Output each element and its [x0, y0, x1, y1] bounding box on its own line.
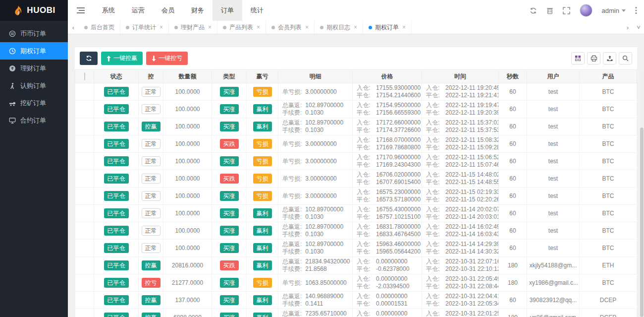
- select-all-checkbox[interactable]: [84, 72, 85, 80]
- line-value: 2022-11-14 16:03:43: [445, 231, 499, 238]
- vertical-scrollbar[interactable]: [640, 69, 644, 317]
- table-row[interactable]: 已平仓控赢6898.0000买涨赢利总赢返:7235.65710000手续费:7…: [75, 309, 637, 317]
- table-row[interactable]: 已平仓正常100.0000买涨赢利总赢返:102.89700000手续费:0.1…: [75, 222, 637, 240]
- print-icon[interactable]: [587, 52, 600, 64]
- tabs-scroll-right-icon[interactable]: ›: [622, 21, 633, 34]
- line-value: 2022-11-15 14:48:55: [445, 179, 499, 186]
- kebab-menu-icon[interactable]: [635, 6, 637, 14]
- table-row[interactable]: 已平仓正常100.0000买涨赢利总赢返:102.89700000手续费:0.1…: [75, 240, 637, 257]
- close-icon[interactable]: ×: [402, 24, 406, 31]
- column-header[interactable]: 时间: [422, 70, 499, 83]
- column-header[interactable]: 价格: [353, 70, 422, 83]
- close-icon[interactable]: ×: [257, 24, 260, 31]
- table-row[interactable]: 已平仓正常100.0000买涨亏损单亏损:3.00000000入仓:16575.…: [75, 188, 637, 205]
- avatar[interactable]: [580, 4, 592, 17]
- tab-订单统计[interactable]: 订单统计×: [120, 21, 169, 34]
- control-win-button[interactable]: 一键控赢: [101, 52, 143, 65]
- tab-期权日志[interactable]: 期权日志×: [315, 21, 363, 34]
- line-label: 入仓:: [357, 241, 373, 248]
- orders-table: 状态控数量额类型赢亏明细价格时间秒数用户产品 已平仓正常100.0000买涨亏损…: [75, 69, 637, 317]
- sidebar-item-clock[interactable]: 期权订单: [0, 42, 68, 60]
- table-row[interactable]: 已平仓正常100.0000买涨赢利总赢返:102.89700000手续费:0.1…: [75, 205, 637, 222]
- control-cell: 正常: [139, 188, 163, 205]
- user-menu[interactable]: admin: [602, 7, 626, 14]
- refresh-icon[interactable]: [530, 7, 537, 14]
- table-row[interactable]: 已平仓控赢20816.0000买跌赢利总赢返:21834.94320000手续费…: [75, 257, 637, 274]
- column-header[interactable]: 明细: [278, 70, 353, 83]
- line-value: 2022-12-11 15:09:28: [445, 144, 499, 151]
- sidebar-item-person[interactable]: 认购订单: [0, 77, 68, 94]
- tab-期权订单[interactable]: 期权订单×: [363, 21, 412, 34]
- close-icon[interactable]: ×: [208, 24, 212, 31]
- topnav-item[interactable]: 统计: [242, 0, 272, 21]
- sidebar-item-coins[interactable]: 币币订单: [0, 25, 68, 42]
- sidebar-item-mining[interactable]: 挖矿订单: [0, 94, 68, 112]
- label-value-line: 入仓:2022-12-11 15:06:52: [426, 154, 496, 161]
- line-value: 17172.66000000: [376, 119, 421, 127]
- amount-cell: 21277.0000: [163, 274, 212, 292]
- sidebar-item-contract[interactable]: 合约订单: [0, 112, 68, 129]
- close-icon[interactable]: ×: [305, 24, 309, 31]
- type-cell: 买涨: [212, 309, 247, 317]
- tabs-menu-icon[interactable]: ˅: [633, 21, 644, 34]
- line-label: 入仓:: [357, 223, 373, 231]
- sidebar-item-finance[interactable]: 理财订单: [0, 60, 68, 77]
- table-row[interactable]: 已平仓控亏21277.0000买涨亏损单亏损:1063.85000000入仓:0…: [75, 274, 637, 292]
- clock-icon: [9, 48, 16, 55]
- topnav-item[interactable]: 系统: [94, 0, 123, 21]
- line-value: 2022-12-11 19:19:47: [445, 102, 499, 109]
- refresh-button[interactable]: [80, 52, 98, 65]
- table-row[interactable]: 已平仓正常100.0000买跌亏损单亏损:3.00000000入仓:16706.…: [75, 170, 637, 188]
- column-header[interactable]: 秒数: [499, 70, 527, 83]
- scrollbar-thumb[interactable]: [640, 127, 644, 317]
- detail-cell: 单亏损:3.00000000: [278, 170, 353, 188]
- type-badge: 买跌: [220, 139, 239, 149]
- line-value: 16575.23000000: [376, 189, 421, 196]
- line-label: 平仓:: [357, 179, 373, 186]
- menu-toggle-icon[interactable]: [68, 0, 94, 21]
- tab-理财产品[interactable]: 理财产品×: [169, 21, 217, 34]
- table-row[interactable]: 已平仓控赢100.0000买涨赢利总赢返:102.89700000手续费:0.1…: [75, 118, 637, 135]
- column-header[interactable]: 数量额: [163, 70, 212, 83]
- amount-cell: 100.0000: [163, 222, 212, 240]
- tabs-scroll-left-icon[interactable]: ‹: [68, 21, 79, 34]
- table-row[interactable]: 已平仓正常100.0000买涨赢利总赢返:102.89700000手续费:0.1…: [75, 101, 637, 118]
- column-header[interactable]: 用户: [527, 70, 580, 83]
- clear-cache-icon[interactable]: [546, 7, 553, 14]
- table-row[interactable]: 已平仓正常100.0000买跌亏损单亏损:3.00000000入仓:17168.…: [75, 135, 637, 153]
- control-lose-button[interactable]: 一键控亏: [146, 52, 188, 65]
- table-row[interactable]: 已平仓正常100.0000买涨亏损单亏损:3.00000000入仓:17170.…: [75, 153, 637, 170]
- tab-会员列表[interactable]: 会员列表×: [266, 21, 315, 34]
- control-cell: 控赢: [139, 292, 163, 309]
- tab-label: 期权订单: [375, 23, 399, 32]
- column-header[interactable]: 控: [139, 70, 163, 83]
- line-label: 入仓:: [426, 258, 442, 265]
- table-row[interactable]: 已平仓控赢137.0000买涨赢利总赢返:140.96889000手续费:0.1…: [75, 292, 637, 309]
- close-icon[interactable]: ×: [354, 24, 357, 31]
- column-header[interactable]: 产品: [580, 70, 637, 83]
- fullscreen-icon[interactable]: [563, 7, 570, 14]
- row-select-cell: [75, 292, 94, 309]
- line-value: 16831.78000000: [376, 223, 421, 231]
- columns-grid-icon[interactable]: [571, 52, 585, 64]
- detail-cell: 单亏损:3.00000000: [278, 135, 353, 153]
- table-row[interactable]: 已平仓正常100.0000买涨亏损单亏损:3.00000000入仓:17155.…: [75, 83, 637, 101]
- brand-logo[interactable]: HUOBI: [0, 0, 68, 21]
- column-header[interactable]: 状态: [94, 70, 139, 83]
- line-value: 2022-10-31 22:05:34: [445, 300, 499, 308]
- topnav-item[interactable]: 会员: [153, 0, 183, 21]
- tab-后台首页[interactable]: 后台首页: [79, 21, 120, 34]
- column-header[interactable]: 类型: [212, 70, 247, 83]
- line-value: 17174.37726600: [376, 127, 421, 134]
- line-label: 平仓:: [357, 109, 373, 117]
- topnav-item[interactable]: 运营: [123, 0, 153, 21]
- status-badge: 已平仓: [104, 260, 129, 270]
- topnav-item[interactable]: 财务: [183, 0, 213, 21]
- column-header[interactable]: 赢亏: [247, 70, 278, 83]
- tab-产品列表[interactable]: 产品列表×: [217, 21, 266, 34]
- topnav-item[interactable]: 订单: [213, 0, 242, 21]
- close-icon[interactable]: ×: [160, 24, 163, 31]
- export-icon[interactable]: [603, 52, 616, 64]
- search-icon[interactable]: [619, 52, 632, 64]
- seconds-cell: 60: [499, 101, 527, 118]
